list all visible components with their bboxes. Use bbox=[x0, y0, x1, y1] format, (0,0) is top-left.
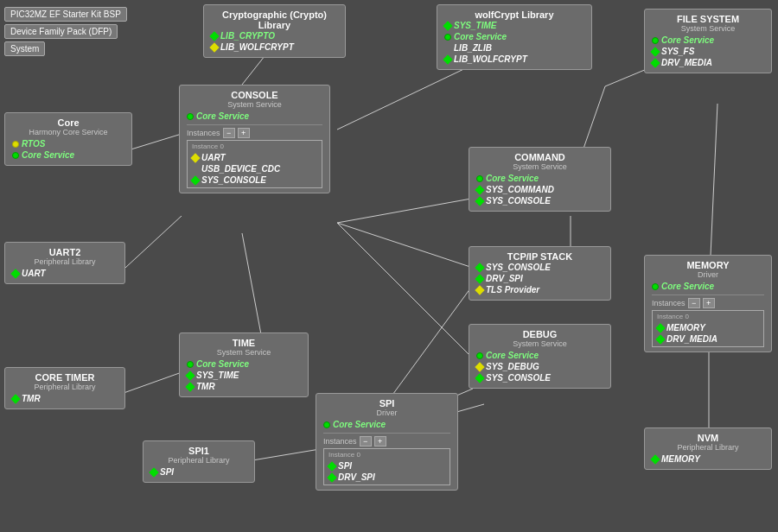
spi1-diamond bbox=[149, 467, 158, 477]
svg-line-3 bbox=[337, 223, 473, 268]
wc-systime-diamond bbox=[443, 21, 452, 30]
memory-node: MEMORY Driver Core Service Instances − +… bbox=[644, 255, 772, 352]
tcp-tls-diamond bbox=[475, 285, 484, 294]
spi1-node: SPI1 Peripheral Library SPI bbox=[143, 440, 255, 483]
sysdebug-diamond bbox=[475, 362, 484, 371]
tmr-diamond bbox=[10, 394, 20, 403]
tcpip-node: TCP/IP STACK SYS_CONSOLE DRV_SPI TLS Pro… bbox=[469, 246, 611, 301]
systime-diamond bbox=[185, 370, 194, 380]
nvm-memory-diamond bbox=[650, 454, 660, 464]
time-tmr-diamond bbox=[185, 382, 194, 391]
wolfcrypt-node: wolfCrypt Library SYS_TIME Core Service … bbox=[437, 4, 592, 70]
dbg-sysconsole-diamond bbox=[475, 373, 484, 383]
drvspi-diamond bbox=[327, 472, 336, 482]
syscommand-diamond bbox=[475, 185, 484, 194]
bsp-button[interactable]: PIC32MZ EF Starter Kit BSP bbox=[4, 7, 127, 22]
svg-line-1 bbox=[125, 216, 182, 268]
sysconsole-diamond bbox=[190, 175, 200, 185]
rtos-dot bbox=[12, 141, 19, 148]
libcrypto-diamond bbox=[209, 31, 219, 41]
svg-line-2 bbox=[337, 199, 471, 223]
console-core-dot bbox=[187, 113, 194, 120]
spi-node: SPI Driver Core Service Instances − + In… bbox=[316, 393, 458, 491]
spi-instances-plus[interactable]: + bbox=[374, 436, 386, 446]
mem-inst-diamond bbox=[655, 323, 665, 332]
core-timer-node: CORE TIMER Peripheral Library TMR bbox=[4, 367, 125, 409]
uart-diamond bbox=[10, 269, 20, 278]
console-node: CONSOLE System Service Core Service Inst… bbox=[179, 85, 330, 193]
libwolfcrypt-diamond bbox=[209, 42, 219, 52]
instances-plus[interactable]: + bbox=[238, 128, 250, 138]
dbg-core-dot bbox=[476, 352, 483, 359]
sysfs-diamond bbox=[650, 47, 660, 56]
command-node: COMMAND System Service Core Service SYS_… bbox=[469, 147, 611, 212]
mem-instances-minus[interactable]: − bbox=[688, 298, 700, 308]
time-node: TIME System Service Core Service SYS_TIM… bbox=[179, 332, 309, 397]
svg-line-0 bbox=[125, 134, 182, 151]
console-instance-0: Instance 0 UART USB_DEVICE_CDC SYS_CONSO… bbox=[187, 140, 322, 188]
wc-libwolfcrypt-diamond bbox=[443, 54, 452, 64]
svg-line-4 bbox=[337, 223, 473, 358]
svg-line-12 bbox=[605, 69, 647, 86]
mem-core-dot bbox=[652, 283, 659, 290]
svg-line-6 bbox=[337, 65, 473, 130]
crypto-node: Cryptographic (Crypto) Library LIB_CRYPT… bbox=[203, 4, 346, 58]
uart2-node: UART2 Peripheral Library UART bbox=[4, 242, 125, 284]
mem-instance-0: Instance 0 MEMORY DRV_MEDIA bbox=[652, 310, 764, 347]
mem-instances-plus[interactable]: + bbox=[703, 298, 715, 308]
fs-core-dot bbox=[652, 37, 659, 44]
instances-minus[interactable]: − bbox=[223, 128, 235, 138]
time-core-dot bbox=[187, 361, 194, 368]
spi-core-dot bbox=[323, 421, 330, 428]
debug-node: DEBUG System Service Core Service SYS_DE… bbox=[469, 324, 611, 389]
wc-core-dot bbox=[444, 34, 451, 41]
uart-inst-diamond bbox=[190, 153, 200, 162]
fs-drvmedia-diamond bbox=[650, 58, 660, 67]
cmd-core-dot bbox=[476, 175, 483, 182]
system-button[interactable]: System bbox=[4, 41, 45, 56]
nvm-node: NVM Peripheral Library MEMORY bbox=[644, 428, 772, 470]
tcp-sysconsole-diamond bbox=[475, 263, 484, 272]
core-node: Core Harmony Core Service RTOS Core Serv… bbox=[4, 112, 132, 166]
spi-instance-0: Instance 0 SPI DRV_SPI bbox=[323, 448, 450, 485]
filesystem-node: FILE SYSTEM System Service Core Service … bbox=[644, 9, 772, 73]
core-service-dot bbox=[12, 152, 19, 159]
svg-line-8 bbox=[124, 371, 184, 393]
mem-drvmedia-diamond bbox=[655, 334, 665, 344]
spi-instances-minus[interactable]: − bbox=[360, 436, 372, 446]
cmd-sysconsole-diamond bbox=[475, 196, 484, 206]
tcp-drvspi-diamond bbox=[475, 274, 484, 283]
spi-inst-diamond bbox=[327, 461, 336, 471]
dfp-button[interactable]: Device Family Pack (DFP) bbox=[4, 24, 118, 39]
